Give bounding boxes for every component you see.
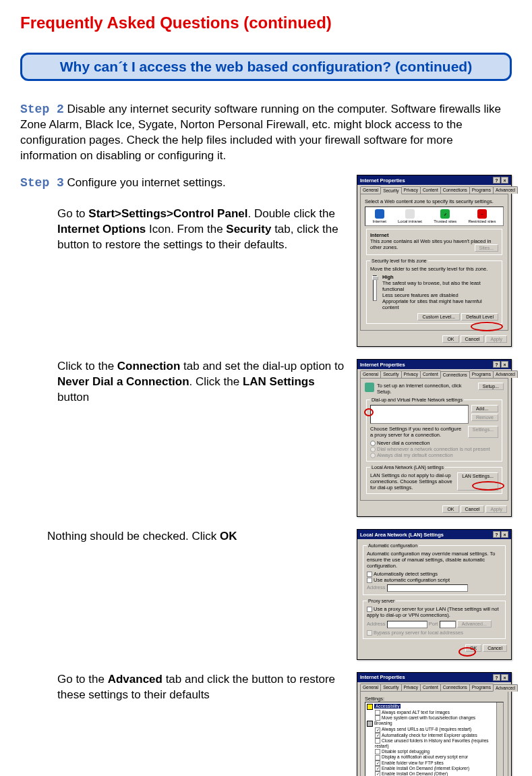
tab-security[interactable]: Security (380, 370, 401, 378)
cancel-button[interactable]: Cancel (461, 505, 485, 513)
radio-when-label: Dial whenever a network connection is no… (377, 446, 490, 452)
default-level-button[interactable]: Default Level (461, 313, 498, 321)
tab-programs[interactable]: Programs (469, 684, 494, 691)
tab-general[interactable]: General (360, 684, 381, 691)
dialog-titlebar: Internet Properties ?× (357, 360, 511, 369)
step3-label: Step 3 (20, 176, 64, 190)
list-item-checkbox[interactable] (375, 715, 380, 721)
dialup-listbox[interactable] (370, 405, 469, 424)
tab-connections[interactable]: Connections (440, 684, 470, 691)
list-item-checkbox[interactable] (375, 738, 380, 744)
list-item-checkbox[interactable]: ✓ (375, 771, 380, 776)
tab-security[interactable]: Security (380, 187, 401, 194)
help-icon[interactable]: ? (493, 361, 500, 368)
proxy-text: Use a proxy server for your LAN (These s… (367, 606, 499, 618)
apply-button[interactable]: Apply (485, 335, 507, 343)
close-icon[interactable]: × (501, 531, 508, 538)
close-icon[interactable]: × (501, 674, 508, 681)
sites-button[interactable]: Sites... (475, 244, 498, 252)
cat-accessibility: Accessibility (374, 704, 401, 709)
tab-privacy[interactable]: Privacy (401, 186, 421, 194)
help-icon[interactable]: ? (493, 531, 500, 538)
list-item-checkbox[interactable]: ✓ (375, 760, 380, 766)
bypass-label: Bypass proxy server for local addresses (374, 630, 463, 636)
zone-trusted[interactable]: ✓Trusted sites (434, 209, 456, 223)
list-item-checkbox[interactable]: ✓ (375, 727, 380, 733)
tab-content[interactable]: Content (420, 370, 441, 378)
zone-local[interactable]: Local intranet (398, 209, 422, 223)
proxy-advanced-button[interactable]: Advanced... (457, 620, 492, 628)
radio-always[interactable] (370, 453, 376, 458)
setup-button[interactable]: Setup... (478, 383, 504, 390)
zone-internet[interactable]: Internet (373, 209, 386, 223)
add-button[interactable]: Add... (471, 405, 498, 412)
tab-connections[interactable]: Connections (440, 371, 470, 379)
help-icon[interactable]: ? (493, 177, 500, 184)
help-icon[interactable]: ? (493, 674, 500, 681)
proxy-port-input[interactable] (440, 621, 456, 628)
sub4-row: Go to the Advanced tab and click the but… (20, 672, 512, 776)
tab-advanced[interactable]: Advanced (493, 684, 518, 692)
custom-level-button[interactable]: Custom Level... (417, 313, 460, 321)
list-item-checkbox[interactable] (375, 755, 380, 760)
apply-button[interactable]: Apply (485, 505, 507, 513)
scrollbar[interactable] (496, 702, 503, 776)
settings-button[interactable]: Settings... (468, 426, 498, 438)
question-callout: Why can´t I access the web based configu… (20, 53, 512, 81)
list-item-checkbox[interactable] (375, 710, 380, 715)
list-item: Enable Install On Demand (Internet Explo… (382, 766, 469, 771)
radio-when[interactable] (370, 447, 376, 452)
ok-button[interactable]: OK (442, 505, 459, 513)
tab-general[interactable]: General (360, 186, 381, 194)
sub2-bold1: Connection (117, 360, 181, 372)
bypass-checkbox[interactable] (367, 630, 372, 636)
auto-config-fieldset: Automatic configuration Automatic config… (363, 543, 506, 595)
list-item-checkbox[interactable]: ✓ (375, 766, 380, 771)
radio-never[interactable] (370, 441, 376, 446)
sub1-pre: Go to (57, 207, 88, 220)
ok-button[interactable]: OK (465, 644, 481, 652)
ok-button[interactable]: OK (442, 335, 459, 343)
tab-programs[interactable]: Programs (469, 186, 494, 194)
sub3-bold1: OK (220, 530, 237, 543)
cancel-button[interactable]: Cancel (483, 644, 507, 652)
lan-settings-button[interactable]: LAN Settings... (457, 472, 498, 491)
tab-privacy[interactable]: Privacy (401, 684, 421, 691)
tab-security[interactable]: Security (380, 684, 401, 691)
remove-button[interactable]: Remove (471, 414, 498, 421)
security-slider[interactable] (373, 275, 377, 301)
step3-paragraph: Step 3 Configure you internet settings. … (20, 175, 347, 253)
sub3-text: Nothing should be checked. Click OK (20, 529, 347, 545)
auto-script-label: Use automatic configuration script (374, 577, 450, 583)
browsing-icon (367, 721, 373, 727)
tab-general[interactable]: General (360, 370, 381, 378)
tab-content[interactable]: Content (420, 186, 441, 194)
address-input[interactable] (387, 584, 468, 592)
sub4-bold1: Advanced (108, 673, 162, 686)
close-icon[interactable]: × (501, 361, 508, 368)
tab-programs[interactable]: Programs (469, 370, 494, 378)
advanced-listbox[interactable]: Accessibility Always expand ALT text for… (365, 702, 504, 776)
tab-connections[interactable]: Connections (440, 186, 470, 194)
cancel-button[interactable]: Cancel (461, 335, 485, 343)
tab-privacy[interactable]: Privacy (401, 370, 421, 378)
list-item: Always expand ALT text for images (382, 710, 450, 715)
proxy-checkbox[interactable] (367, 607, 372, 612)
tab-content[interactable]: Content (420, 684, 441, 691)
proxy-address-label: Address (367, 621, 386, 627)
auto-detect-checkbox[interactable] (367, 572, 372, 577)
list-item-checkbox[interactable] (375, 749, 380, 754)
sub4-pre: Go to the (57, 673, 108, 686)
list-item-checkbox[interactable]: ✓ (375, 733, 380, 738)
tab-advanced[interactable]: Advanced (493, 370, 518, 378)
tab-advanced[interactable]: Advanced (493, 186, 518, 194)
dialog-body: Select a Web content zone to specify its… (360, 194, 508, 331)
proxy-address-input[interactable] (387, 621, 427, 628)
dialog-titlebar: Local Area Network (LAN) Settings ?× (357, 530, 511, 539)
dialog-title: Internet Properties (360, 362, 405, 368)
sub2-text: Click to the Connection tab and set the … (20, 359, 347, 406)
close-icon[interactable]: × (501, 177, 508, 184)
zone-desc-box: Internet This zone contains all Web site… (366, 229, 502, 255)
zone-restricted[interactable]: –Restricted sites (468, 209, 496, 223)
auto-script-checkbox[interactable] (367, 578, 372, 583)
